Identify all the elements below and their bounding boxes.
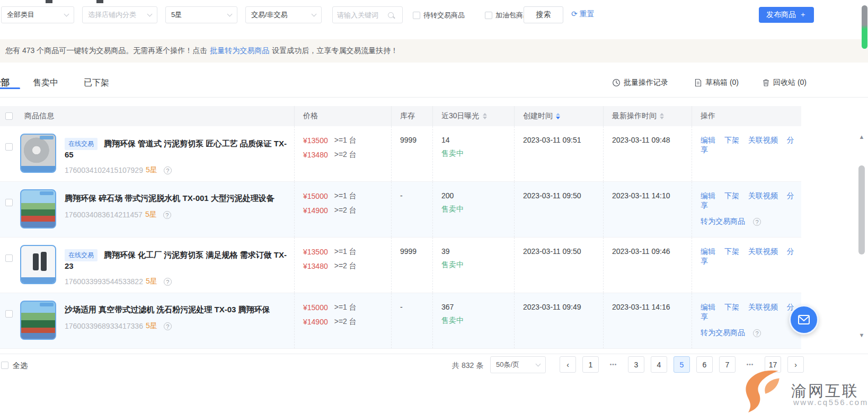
scroll-down-icon[interactable]: ▼	[857, 332, 866, 338]
product-image[interactable]	[20, 245, 56, 284]
page-size-select[interactable]: 50条/页	[490, 356, 546, 373]
convert-to-trade-link[interactable]: 转为交易商品	[701, 217, 745, 226]
sort-icon[interactable]	[483, 113, 487, 119]
tab-off-shelf[interactable]: 已下架	[84, 77, 109, 89]
ellipsis-pages[interactable]: •••	[605, 356, 622, 373]
related-video-link[interactable]: 关联视频	[748, 136, 778, 144]
watermark-site: www.cq556.com	[793, 398, 868, 407]
take-down-link[interactable]: 下架	[724, 191, 739, 200]
shop-category-select[interactable]: 选择店铺内分类	[82, 6, 157, 23]
take-down-link[interactable]: 下架	[724, 136, 739, 144]
help-icon[interactable]: ?	[753, 329, 761, 337]
star-rating: 5星	[145, 210, 157, 219]
convert-to-trade-link[interactable]: 转为交易商品	[701, 328, 745, 338]
batch-convert-link[interactable]: 批量转为交易商品	[210, 46, 269, 56]
price-value: ¥14900	[303, 318, 328, 326]
edit-link[interactable]: 编辑	[701, 247, 715, 256]
category-select[interactable]: 全部类目	[1, 6, 74, 23]
edit-link[interactable]: 编辑	[701, 303, 715, 311]
row-checkbox[interactable]	[5, 310, 13, 318]
header-exposure[interactable]: 近30日曝光	[432, 106, 514, 126]
row-checkbox[interactable]	[5, 143, 13, 151]
row-checkbox[interactable]	[5, 254, 13, 262]
page-button-3[interactable]: 3	[628, 356, 644, 373]
recycle-bin-link[interactable]: 回收站 (0)	[762, 78, 807, 87]
related-video-link[interactable]: 关联视频	[748, 191, 778, 200]
batch-operation-log-link[interactable]: 批量操作记录	[612, 78, 668, 87]
stock-cell: -	[391, 293, 432, 348]
publish-label: 发布商品	[766, 10, 796, 20]
header-actions: 操作	[692, 106, 801, 126]
help-icon[interactable]: ?	[164, 322, 172, 330]
publish-product-button[interactable]: 发布商品 ＋	[759, 7, 814, 23]
updated-cell: 2023-03-11 09:48	[603, 126, 692, 181]
page-button-5-active[interactable]: 5	[674, 356, 690, 373]
drafts-link[interactable]: 草稿箱 (0)	[694, 78, 739, 87]
edit-link[interactable]: 编辑	[701, 136, 715, 144]
page-button-1[interactable]: 1	[582, 356, 599, 373]
star-select[interactable]: 5星	[165, 6, 237, 23]
tab-selling[interactable]: 售卖中	[33, 77, 58, 89]
select-all-label[interactable]: 全选	[13, 361, 28, 371]
mail-icon	[797, 313, 811, 326]
actions-cell: 编辑 下架 关联视频 分享	[692, 126, 801, 181]
tab-all[interactable]: 全部	[0, 77, 10, 89]
checkbox-icon[interactable]	[413, 12, 420, 19]
keyword-input[interactable]	[337, 11, 386, 19]
help-icon[interactable]: ?	[164, 278, 172, 286]
product-info-cell: 在线交易 腾翔环保 管道式 污泥剪切泵 匠心工艺 品质保证 TX-65 1760…	[0, 126, 294, 181]
sort-icon[interactable]	[660, 113, 664, 119]
row-checkbox[interactable]	[5, 199, 13, 206]
updated-cell: 2023-03-11 09:46	[603, 238, 692, 293]
header-created[interactable]: 创建时间	[514, 106, 603, 126]
page-button-6[interactable]: 6	[696, 356, 713, 373]
related-video-link[interactable]: 关联视频	[748, 247, 778, 256]
page-button-7[interactable]: 7	[719, 356, 736, 373]
take-down-link[interactable]: 下架	[724, 247, 739, 256]
related-video-link[interactable]: 关联视频	[748, 303, 778, 311]
customer-service-button[interactable]	[789, 305, 819, 335]
help-icon[interactable]: ?	[163, 211, 171, 219]
clock-icon	[612, 78, 621, 87]
trade-type-select[interactable]: 交易/非交易	[245, 6, 322, 23]
reset-button[interactable]: ⟳ 重置	[571, 10, 595, 19]
take-down-link[interactable]: 下架	[724, 303, 739, 311]
scroll-up-icon[interactable]: ▲	[857, 134, 866, 140]
online-trade-badge: 在线交易	[65, 249, 98, 261]
product-title[interactable]: 腾翔环保 管道式 污泥剪切泵 匠心工艺 品质保证 TX-65	[65, 139, 287, 159]
pending-trade-checkbox[interactable]: 待转交易商品	[413, 11, 465, 20]
scrollbar-thumb[interactable]	[858, 165, 865, 254]
tab-selling-label: 售卖中	[33, 78, 58, 87]
product-image[interactable]	[20, 301, 56, 340]
product-title[interactable]: 沙场适用 真空带式过滤机 洗石粉污泥处理 TX-03 腾翔环保	[65, 305, 270, 314]
product-id: 1760033968933417336	[65, 322, 143, 330]
chevron-down-icon	[536, 362, 541, 367]
price-cell: ¥15000>=1 台 ¥14900>=2 台	[294, 293, 391, 348]
header-updated[interactable]: 最新操作时间	[603, 106, 692, 126]
help-icon[interactable]: ?	[753, 218, 761, 226]
search-button[interactable]: 搜索	[524, 6, 563, 23]
help-icon[interactable]: ?	[164, 166, 172, 174]
prev-page-button[interactable]: ‹	[560, 356, 576, 373]
page-button-4[interactable]: 4	[651, 356, 667, 373]
updated-cell: 2023-03-11 14:16	[603, 293, 692, 348]
product-image[interactable]	[20, 189, 56, 229]
product-title[interactable]: 腾翔环保 碎石场 带式污泥脱水机 TX-001 大型污泥处理设备	[65, 194, 274, 203]
chevron-down-icon	[312, 12, 317, 17]
screen-artifact	[46, 0, 52, 3]
status-selling: 售卖中	[441, 316, 509, 326]
product-title[interactable]: 腾翔环保 化工厂 污泥剪切泵 满足规格 需求订做 TX-23	[65, 250, 287, 270]
price-condition: >=2 台	[334, 150, 357, 160]
product-image[interactable]	[20, 134, 56, 173]
product-id: 1760034083614211457	[65, 210, 143, 219]
select-all-checkbox[interactable]	[5, 112, 13, 120]
select-all-checkbox-bottom[interactable]	[1, 362, 8, 369]
price-condition: >=1 台	[334, 136, 357, 145]
edit-link[interactable]: 编辑	[701, 191, 715, 200]
checkbox-icon[interactable]	[485, 12, 492, 19]
trade-type-value: 交易/非交易	[251, 10, 288, 20]
pending-trade-label: 待转交易商品	[423, 11, 465, 20]
created-cell: 2023-03-11 09:51	[514, 126, 603, 181]
phoenix-logo-icon	[734, 366, 790, 412]
sort-icon-active[interactable]	[556, 113, 560, 119]
